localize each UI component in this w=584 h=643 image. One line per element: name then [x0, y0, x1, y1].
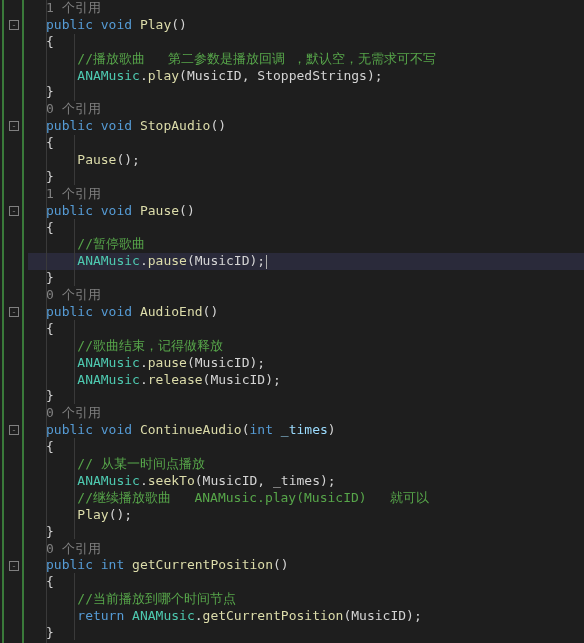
code-area[interactable]: 1 个引用 public void Play() { //播放歌曲 第二参数是播…: [28, 0, 584, 643]
indent-guide: [74, 34, 75, 101]
code-line[interactable]: public void AudioEnd(): [28, 304, 584, 321]
code-line[interactable]: public int getCurrentPosition(): [28, 557, 584, 574]
code-line[interactable]: }: [28, 270, 584, 287]
code-line[interactable]: {: [28, 34, 584, 51]
comment: //播放歌曲 第二参数是播放回调 ，默认空，无需求可不写: [77, 51, 436, 66]
comment: //当前播放到哪个时间节点: [77, 591, 236, 606]
code-line[interactable]: public void Pause(): [28, 203, 584, 220]
code-line[interactable]: //继续播放歌曲 ANAMusic.play(MusicID) 就可以: [28, 490, 584, 507]
punct: ): [179, 17, 187, 32]
code-line[interactable]: ANAMusic.seekTo(MusicID, _times);: [28, 473, 584, 490]
code-line-active[interactable]: ANAMusic.pause(MusicID);: [28, 253, 584, 270]
fold-toggle-icon[interactable]: -: [9, 20, 19, 30]
code-line[interactable]: ANAMusic.release(MusicID);: [28, 372, 584, 389]
code-line[interactable]: 1 个引用: [28, 0, 584, 17]
code-line[interactable]: {: [28, 439, 584, 456]
code-line[interactable]: 0 个引用: [28, 405, 584, 422]
code-line[interactable]: //歌曲结束，记得做释放: [28, 338, 584, 355]
code-line[interactable]: }: [28, 388, 584, 405]
code-line[interactable]: //播放歌曲 第二参数是播放回调 ，默认空，无需求可不写: [28, 51, 584, 68]
call: pause: [148, 253, 187, 268]
reference-count: 1 个引用: [46, 186, 101, 201]
fold-toggle-icon[interactable]: -: [9, 307, 19, 317]
code-line[interactable]: 0 个引用: [28, 541, 584, 558]
code-line[interactable]: public void StopAudio(): [28, 118, 584, 135]
comment: //继续播放歌曲 ANAMusic.play(MusicID) 就可以: [77, 490, 429, 505]
code-line[interactable]: public void ContinueAudio(int _times): [28, 422, 584, 439]
code-line[interactable]: //暂停歌曲: [28, 236, 584, 253]
method-name: getCurrentPosition: [132, 557, 273, 572]
code-line[interactable]: 0 个引用: [28, 287, 584, 304]
fold-toggle-icon[interactable]: -: [9, 425, 19, 435]
code-line[interactable]: 0 个引用: [28, 101, 584, 118]
brace: }: [46, 84, 54, 99]
change-bar: [2, 0, 4, 643]
outline-bar: [22, 0, 24, 643]
code-line[interactable]: }: [28, 524, 584, 541]
code-line[interactable]: }: [28, 625, 584, 642]
code-line[interactable]: {: [28, 321, 584, 338]
method-name: Play: [140, 17, 171, 32]
comment: //歌曲结束，记得做释放: [77, 338, 223, 353]
code-line[interactable]: Play();: [28, 507, 584, 524]
code-line[interactable]: // 从某一时间点播放: [28, 456, 584, 473]
comment: // 从某一时间点播放: [77, 456, 204, 471]
code-line[interactable]: //当前播放到哪个时间节点: [28, 591, 584, 608]
fold-toggle-icon[interactable]: -: [9, 121, 19, 131]
call: play: [148, 68, 179, 83]
parameter: _times: [281, 422, 328, 437]
comment: //暂停歌曲: [77, 236, 145, 251]
indent-guide: [74, 438, 75, 539]
fold-toggle-icon[interactable]: -: [9, 206, 19, 216]
code-line[interactable]: }: [28, 84, 584, 101]
reference-count: 0 个引用: [46, 101, 101, 116]
code-line[interactable]: ANAMusic.pause(MusicID);: [28, 355, 584, 372]
fold-toggle-icon[interactable]: -: [9, 561, 19, 571]
punct: (: [171, 17, 179, 32]
keyword: public: [46, 17, 93, 32]
method-name: ContinueAudio: [140, 422, 242, 437]
class-name: ANAMusic: [77, 68, 140, 83]
code-line[interactable]: }: [28, 169, 584, 186]
code-line[interactable]: {: [28, 220, 584, 237]
indent-guide: [74, 320, 75, 404]
method-name: Pause: [140, 203, 179, 218]
indent-guide: [74, 573, 75, 640]
code-line[interactable]: public void Play(): [28, 17, 584, 34]
indent-guide: [74, 219, 75, 286]
reference-count: 0 个引用: [46, 405, 101, 420]
code-line[interactable]: {: [28, 135, 584, 152]
text-caret: [266, 255, 267, 269]
code-line[interactable]: ANAMusic.play(MusicID, StoppedStrings);: [28, 68, 584, 85]
code-line[interactable]: {: [28, 574, 584, 591]
identifier: MusicID: [187, 68, 242, 83]
reference-count: 0 个引用: [46, 541, 101, 556]
identifier: StoppedStrings: [257, 68, 367, 83]
indent-guide: [74, 135, 75, 185]
code-line[interactable]: 1 个引用: [28, 186, 584, 203]
method-name: AudioEnd: [140, 304, 203, 319]
keyword: void: [101, 17, 132, 32]
code-line[interactable]: return ANAMusic.getCurrentPosition(Music…: [28, 608, 584, 625]
indent-guide: [46, 0, 47, 643]
reference-count: 0 个引用: [46, 287, 101, 302]
gutter: - - - - - -: [0, 0, 28, 643]
method-name: StopAudio: [140, 118, 210, 133]
brace: {: [46, 34, 54, 49]
code-line[interactable]: Pause();: [28, 152, 584, 169]
reference-count: 1 个引用: [46, 0, 101, 15]
call: Pause: [77, 152, 116, 167]
